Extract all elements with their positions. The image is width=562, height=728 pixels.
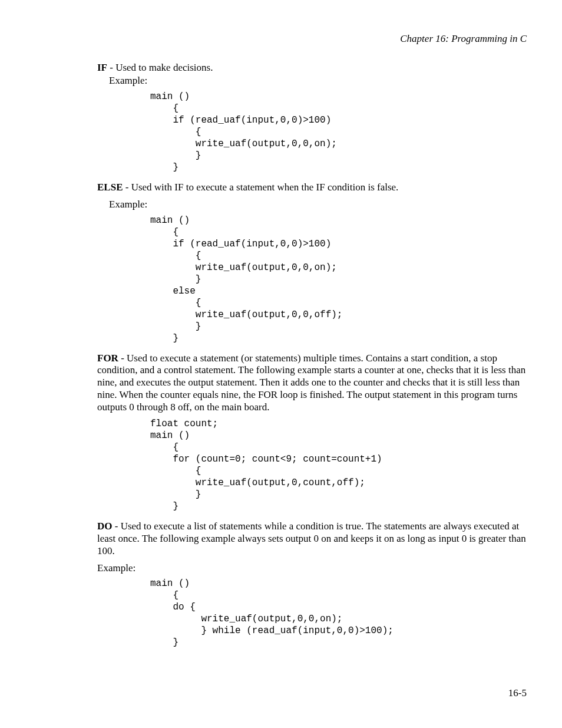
if-entry: IF - Used to make decisions. bbox=[97, 62, 527, 74]
else-desc: - Used with IF to execute a statement wh… bbox=[123, 182, 398, 193]
else-keyword: ELSE bbox=[97, 182, 123, 193]
if-code-block: main () { if (read_uaf(input,0,0)>100) {… bbox=[150, 91, 527, 173]
page: Chapter 16: Programming in C IF - Used t… bbox=[0, 0, 562, 728]
do-code-block: main () { do { write_uaf(output,0,0,on);… bbox=[150, 578, 527, 648]
else-code-block: main () { if (read_uaf(input,0,0)>100) {… bbox=[150, 215, 527, 344]
page-number: 16-5 bbox=[508, 687, 527, 700]
if-keyword: IF bbox=[97, 62, 107, 73]
for-code-block: float count; main () { for (count=0; cou… bbox=[150, 418, 527, 512]
else-entry: ELSE - Used with IF to execute a stateme… bbox=[97, 182, 527, 194]
if-desc: - Used to make decisions. bbox=[107, 62, 213, 73]
do-entry: DO - Used to execute a list of statement… bbox=[97, 521, 527, 557]
for-keyword: FOR bbox=[97, 353, 118, 364]
else-example-label: Example: bbox=[109, 199, 527, 211]
do-keyword: DO bbox=[97, 521, 113, 532]
do-desc: - Used to execute a list of statements w… bbox=[97, 521, 526, 556]
do-example-label: Example: bbox=[97, 562, 527, 575]
if-example-label: Example: bbox=[109, 75, 527, 87]
chapter-header: Chapter 16: Programming in C bbox=[97, 33, 527, 45]
for-entry: FOR - Used to execute a statement (or st… bbox=[97, 353, 527, 414]
for-desc: - Used to execute a statement (or statem… bbox=[97, 353, 525, 413]
